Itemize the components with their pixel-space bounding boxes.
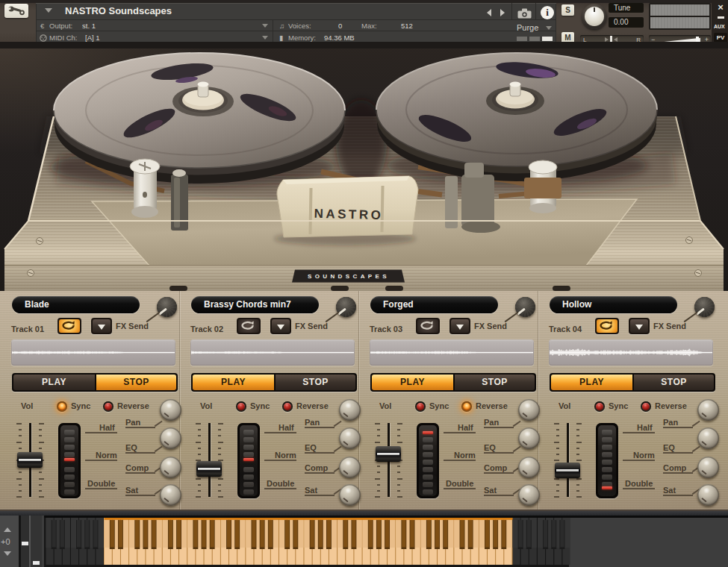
- svg-text:NASTRO: NASTRO: [314, 207, 383, 222]
- svg-text:SOUNDSCAPES: SOUNDSCAPES: [308, 273, 390, 280]
